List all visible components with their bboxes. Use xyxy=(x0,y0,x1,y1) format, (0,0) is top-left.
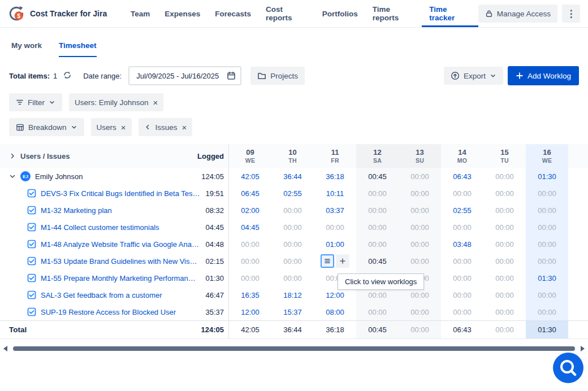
worklog-cell[interactable]: 00:00 xyxy=(483,286,526,303)
worklog-cell[interactable]: 00:00 xyxy=(229,236,271,253)
add-worklog-cell-button[interactable] xyxy=(336,254,349,268)
worklog-cell[interactable]: 00:00 xyxy=(483,185,526,202)
issue-link[interactable]: SUP-19 Restore Access for Blocked User xyxy=(41,308,176,316)
nav-item-cost-reports[interactable]: Cost reports xyxy=(258,0,315,27)
worklog-cell[interactable]: 00:00 xyxy=(271,219,314,236)
worklog-cell[interactable]: 00:00 xyxy=(441,185,483,202)
worklog-cell[interactable]: 06:43 xyxy=(441,168,483,185)
breakdown-chip-users[interactable]: Users × xyxy=(91,118,132,136)
worklog-cell[interactable]: 00:00 xyxy=(356,202,399,219)
worklog-cell[interactable]: 02:55 xyxy=(271,185,314,202)
issue-link[interactable]: M1-32 Marketing plan xyxy=(41,206,112,215)
worklog-cell[interactable]: 16:35 xyxy=(229,286,271,303)
worklog-cell[interactable]: 00:00 xyxy=(399,253,441,270)
worklog-cell[interactable]: 00:00 xyxy=(399,303,441,320)
worklog-cell[interactable]: 00:00 xyxy=(441,286,483,303)
worklog-cell[interactable]: 12:00 xyxy=(229,303,271,320)
worklog-cell[interactable]: 36:18 xyxy=(314,168,356,185)
worklog-cell[interactable]: 00:00 xyxy=(441,219,483,236)
worklog-cell[interactable]: 00:00 xyxy=(356,236,399,253)
worklog-cell[interactable]: 08:00 xyxy=(314,303,356,320)
nav-item-team[interactable]: Team xyxy=(123,0,157,27)
worklog-cell[interactable] xyxy=(314,253,356,270)
worklog-cell[interactable]: 00:00 xyxy=(526,286,568,303)
issue-link[interactable]: M1-44 Collect customer testimonials xyxy=(41,223,159,232)
worklog-cell[interactable]: 00:45 xyxy=(356,168,399,185)
worklog-cell[interactable]: 00:00 xyxy=(399,202,441,219)
worklog-cell[interactable]: 00:00 xyxy=(399,219,441,236)
worklog-cell[interactable]: 01:30 xyxy=(526,270,568,286)
worklog-cell[interactable]: 01:00 xyxy=(314,236,356,253)
worklog-cell[interactable]: 00:00 xyxy=(483,253,526,270)
worklog-cell[interactable]: 00:00 xyxy=(526,303,568,320)
collapse-row-chevron-icon[interactable] xyxy=(9,173,16,180)
calendar-icon[interactable] xyxy=(227,71,236,80)
issue-link[interactable]: DEVS-3 Fix Critical Bugs Identified in B… xyxy=(41,189,201,198)
worklog-cell[interactable]: 36:44 xyxy=(271,168,314,185)
remove-filter-icon[interactable]: × xyxy=(153,98,158,107)
worklog-cell[interactable]: 00:00 xyxy=(271,253,314,270)
worklog-cell[interactable]: 00:00 xyxy=(314,219,356,236)
worklog-cell[interactable]: 00:00 xyxy=(526,236,568,253)
refresh-button[interactable] xyxy=(62,69,73,82)
breakdown-chip-issues[interactable]: Issues × xyxy=(139,118,193,136)
worklog-cell[interactable]: 00:00 xyxy=(526,253,568,270)
scroll-right-arrow[interactable] xyxy=(581,346,585,351)
nav-item-portfolios[interactable]: Portfolios xyxy=(315,0,365,27)
worklog-cell[interactable]: 00:00 xyxy=(526,202,568,219)
tab-timesheet[interactable]: Timesheet xyxy=(59,41,97,57)
scroll-left-arrow[interactable] xyxy=(3,346,7,351)
add-worklog-button[interactable]: Add Worklog xyxy=(508,66,579,85)
worklog-cell[interactable]: 04:45 xyxy=(229,219,271,236)
worklog-cell[interactable]: 00:00 xyxy=(483,168,526,185)
worklog-cell[interactable]: 00:00 xyxy=(441,270,483,286)
worklog-cell[interactable]: 00:00 xyxy=(526,185,568,202)
chevron-left-icon[interactable] xyxy=(144,124,151,131)
projects-button[interactable]: Projects xyxy=(250,67,305,85)
worklog-cell[interactable]: 00:00 xyxy=(229,253,271,270)
worklog-cell[interactable]: 03:37 xyxy=(314,202,356,219)
worklog-cell[interactable]: 00:00 xyxy=(483,236,526,253)
nav-item-time-reports[interactable]: Time reports xyxy=(365,0,422,27)
worklog-cell[interactable]: 00:00 xyxy=(271,270,314,286)
worklog-cell[interactable]: 01:30 xyxy=(526,168,568,185)
worklog-cell[interactable]: 15:37 xyxy=(271,303,314,320)
worklog-cell[interactable]: 00:00 xyxy=(441,303,483,320)
issue-link[interactable]: M1-48 Analyze Website Traffic via Google… xyxy=(41,240,199,249)
worklog-cell[interactable]: 00:00 xyxy=(526,219,568,236)
worklog-cell[interactable]: 00:00 xyxy=(229,270,271,286)
filter-chip-users[interactable]: Users: Emily Johnson × xyxy=(69,93,163,111)
issue-link[interactable]: M1-55 Prepare Monthly Marketing Performa… xyxy=(41,274,196,283)
remove-breakdown-icon[interactable]: × xyxy=(182,123,187,132)
scrollbar-thumb[interactable] xyxy=(13,346,575,351)
filter-button[interactable]: Filter xyxy=(9,93,62,111)
issue-link[interactable]: SAL-3 Get feedback from a customer xyxy=(41,291,162,299)
worklog-cell[interactable]: 00:00 xyxy=(271,236,314,253)
manage-access-button[interactable]: Manage Access xyxy=(478,5,557,23)
worklog-cell[interactable]: 00:00 xyxy=(483,219,526,236)
date-range-input[interactable]: Jul/09/2025 - Jul/16/2025 xyxy=(128,66,241,85)
worklog-cell[interactable]: 10:11 xyxy=(314,185,356,202)
worklog-cell[interactable]: 00:00 xyxy=(356,185,399,202)
issue-link[interactable]: M1-53 Update Brand Guidelines with New V… xyxy=(41,257,197,266)
worklog-cell[interactable]: 02:55 xyxy=(441,202,483,219)
breakdown-button[interactable]: Breakdown xyxy=(9,118,84,136)
worklog-cell[interactable]: 00:00 xyxy=(356,219,399,236)
worklog-cell[interactable]: 03:48 xyxy=(441,236,483,253)
view-worklogs-button[interactable] xyxy=(321,254,334,268)
worklog-cell[interactable]: 00:00 xyxy=(356,303,399,320)
nav-item-time-tracker[interactable]: Time tracker xyxy=(422,0,478,27)
nav-item-forecasts[interactable]: Forecasts xyxy=(207,0,258,27)
worklog-cell[interactable]: 02:00 xyxy=(229,202,271,219)
tab-my-work[interactable]: My work xyxy=(11,41,42,57)
worklog-cell[interactable]: 00:00 xyxy=(441,253,483,270)
worklog-cell[interactable]: 00:00 xyxy=(483,202,526,219)
worklog-cell[interactable]: 00:00 xyxy=(483,270,526,286)
nav-item-expenses[interactable]: Expenses xyxy=(157,0,207,27)
worklog-cell[interactable]: 00:00 xyxy=(483,303,526,320)
worklog-cell[interactable]: 00:00 xyxy=(399,236,441,253)
worklog-cell[interactable]: 00:00 xyxy=(399,185,441,202)
expand-all-chevron-icon[interactable] xyxy=(9,153,16,159)
help-search-fab[interactable] xyxy=(553,353,583,383)
export-button[interactable]: Export xyxy=(444,67,503,85)
